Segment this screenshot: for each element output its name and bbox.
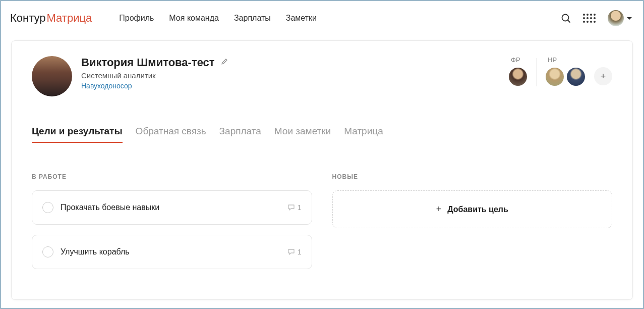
add-goal-label: Добавить цель <box>447 205 508 214</box>
col-new: НОВЫЕ + Добавить цель <box>332 173 613 279</box>
tab-salary[interactable]: Зарплата <box>219 122 261 143</box>
nav-salaries[interactable]: Зарплаты <box>234 14 271 23</box>
search-icon[interactable] <box>561 13 571 23</box>
roles-block: ФР HP + <box>509 56 612 86</box>
nav-profile[interactable]: Профиль <box>119 14 154 23</box>
tab-feedback[interactable]: Обратная связь <box>136 122 206 143</box>
goal-status-circle[interactable] <box>42 202 53 213</box>
plus-icon: + <box>436 204 442 215</box>
tab-goals[interactable]: Цели и результаты <box>32 122 123 143</box>
goal-comments-count: 1 <box>298 248 302 256</box>
goal-comments-count: 1 <box>298 203 302 212</box>
hr-avatar-1[interactable] <box>546 68 564 86</box>
hr-avatar-2[interactable] <box>567 68 585 86</box>
logo-part1: Контур <box>10 12 46 25</box>
tabs: Цели и результаты Обратная связь Зарплат… <box>32 122 612 143</box>
nav-team[interactable]: Моя команда <box>169 14 219 23</box>
profile-avatar <box>32 56 72 96</box>
comment-icon <box>287 204 295 211</box>
logo[interactable]: Контур Матрица <box>10 12 92 25</box>
user-avatar <box>608 10 624 26</box>
user-menu[interactable] <box>608 10 632 26</box>
tab-matrix[interactable]: Матрица <box>344 122 383 143</box>
profile-role: Системный аналитик <box>81 71 228 80</box>
goal-title: Прокачать боевые навыки <box>61 203 280 212</box>
col-new-title: НОВЫЕ <box>332 173 613 180</box>
tab-mynotes[interactable]: Мои заметки <box>274 122 331 143</box>
goal-comments[interactable]: 1 <box>287 248 302 256</box>
goals-columns: В РАБОТЕ Прокачать боевые навыки 1 Улучш… <box>32 173 612 299</box>
header: Контур Матрица Профиль Моя команда Зарпл… <box>1 1 643 35</box>
svg-line-1 <box>568 20 570 22</box>
col-inprogress-title: В РАБОТЕ <box>32 173 312 180</box>
fr-avatar[interactable] <box>509 68 527 86</box>
goal-status-circle[interactable] <box>42 246 53 258</box>
role-fr-label: ФР <box>509 56 520 64</box>
profile-name: Виктория Шмитова-тест <box>81 56 215 69</box>
nav-notes[interactable]: Заметки <box>286 14 317 23</box>
role-hr-label: HP <box>546 56 557 64</box>
goal-card[interactable]: Улучшить корабль 1 <box>32 235 312 269</box>
add-goal-button[interactable]: + Добавить цель <box>332 190 613 228</box>
goal-card[interactable]: Прокачать боевые навыки 1 <box>32 190 312 225</box>
role-divider <box>536 58 537 86</box>
edit-icon[interactable] <box>221 58 228 67</box>
profile-team-link[interactable]: Навуходоносор <box>81 82 228 90</box>
logo-part2: Матрица <box>47 12 92 25</box>
comment-icon <box>287 248 295 255</box>
profile-card: Виктория Шмитова-тест Системный аналитик… <box>11 40 633 300</box>
profile-info: Виктория Шмитова-тест Системный аналитик… <box>81 56 228 90</box>
profile-header: Виктория Шмитова-тест Системный аналитик… <box>32 41 612 117</box>
add-person-button[interactable]: + <box>594 67 612 85</box>
role-fr: ФР <box>509 56 527 86</box>
col-inprogress: В РАБОТЕ Прокачать боевые навыки 1 Улучш… <box>32 173 312 279</box>
goal-title: Улучшить корабль <box>61 247 280 256</box>
goal-comments[interactable]: 1 <box>287 203 302 212</box>
chevron-down-icon <box>627 17 632 20</box>
role-hr: HP <box>546 56 585 86</box>
main-nav: Профиль Моя команда Зарплаты Заметки <box>119 14 317 23</box>
apps-icon[interactable] <box>583 14 596 23</box>
header-right <box>561 10 632 26</box>
